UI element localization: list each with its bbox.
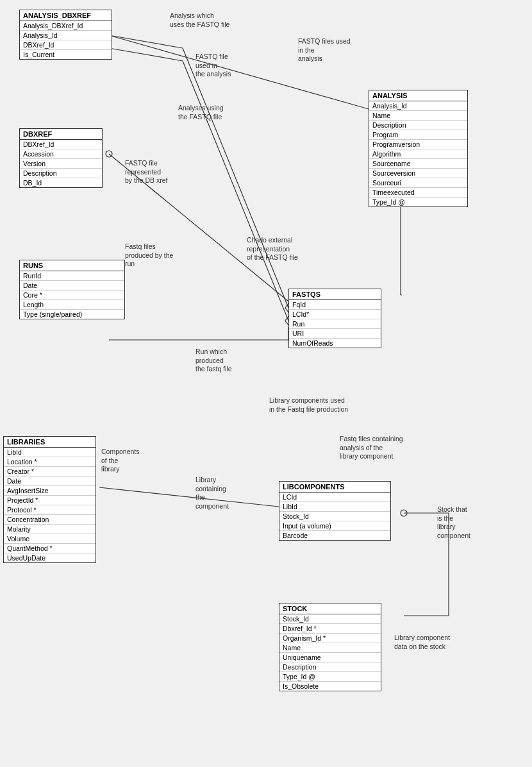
table-row: Dbxref_Id * — [279, 624, 381, 634]
table-row: Input (a volume) — [279, 521, 390, 531]
table-row: Is_Obsolete — [279, 682, 381, 691]
table-row: Name — [369, 111, 467, 121]
table-row: NumOfReads — [289, 339, 381, 348]
annotation-1: Analysis whichuses the FASTQ file — [170, 12, 229, 29]
table-row: DBXref_Id — [20, 140, 102, 149]
table-row: Location * — [4, 457, 96, 467]
table-analysis-dbxref: ANALYSIS_DBXREF Analysis_DBXref_Id Analy… — [19, 10, 112, 60]
table-row: QuantMethod * — [4, 544, 96, 553]
svg-line-4 — [183, 61, 288, 321]
table-row: ProjectId * — [4, 496, 96, 505]
table-row: Molarity — [4, 525, 96, 534]
table-row: Program — [369, 130, 467, 140]
table-libcomponents: LIBCOMPONENTS LCId LibId Stock_Id Input … — [279, 481, 391, 541]
table-row: Algorithm — [369, 149, 467, 159]
annotation-3: FASTQ files usedin theanalysis — [298, 37, 351, 63]
table-row: Run — [289, 319, 381, 329]
table-row: Date — [4, 476, 96, 486]
svg-line-3 — [109, 48, 183, 61]
table-row: Barcode — [279, 531, 390, 540]
table-row: Organism_Id * — [279, 634, 381, 643]
table-libraries: LIBRARIES LibId Location * Creator * Dat… — [3, 436, 96, 563]
table-runs-header: RUNS — [20, 260, 124, 271]
table-libcomponents-header: LIBCOMPONENTS — [279, 482, 390, 493]
table-row: Sourceuri — [369, 178, 467, 188]
table-row: Date — [20, 281, 124, 291]
table-row: Creator * — [4, 467, 96, 476]
table-row: FqId — [289, 300, 381, 310]
table-row: Description — [369, 121, 467, 130]
annotation-2: FASTQ fileused inthe analysis — [195, 53, 231, 79]
table-row: Protocol * — [4, 505, 96, 515]
annotation-12: Fastq files containinganalysis of thelib… — [340, 435, 403, 461]
table-row: Core * — [20, 291, 124, 300]
table-row: DBXref_Id — [20, 40, 112, 50]
table-row: LCId* — [289, 310, 381, 319]
table-fastqs: FASTQS FqId LCId* Run URI NumOfReads — [288, 289, 381, 348]
table-row: LibId — [4, 448, 96, 457]
table-row: Timeexecuted — [369, 188, 467, 198]
table-fastqs-header: FASTQS — [289, 289, 381, 300]
table-row: Is_Current — [20, 50, 112, 59]
table-row: Type_Id @ — [369, 198, 467, 206]
table-row: Description — [279, 662, 381, 672]
table-row: AvgInsertSize — [4, 486, 96, 496]
table-analysis-dbxref-header: ANALYSIS_DBXREF — [20, 10, 112, 21]
annotation-9: Library components usedin the Fastq file… — [269, 396, 348, 414]
table-row: Type_Id @ — [279, 672, 381, 682]
table-row: Accession — [20, 149, 102, 159]
table-row: Sourceversion — [369, 169, 467, 178]
table-row: Version — [20, 159, 102, 169]
table-row: Uniquename — [279, 653, 381, 662]
svg-line-1 — [183, 48, 288, 308]
svg-point-16 — [401, 510, 407, 516]
annotation-7: Chado externalrepresentationof the FASTQ… — [247, 236, 298, 262]
annotation-5: FASTQ filerepresentedby the DB xref — [125, 159, 168, 185]
annotation-6: Fastq filesproduced by therun — [125, 242, 173, 269]
annotation-11: Librarycontainingthecomponent — [195, 476, 229, 511]
table-stock: STOCK Stock_Id Dbxref_Id * Organism_Id *… — [279, 603, 381, 691]
table-row: Name — [279, 643, 381, 653]
table-row: RunId — [20, 271, 124, 281]
diagram-container: ANALYSIS_DBXREF Analysis_DBXref_Id Analy… — [0, 0, 532, 767]
svg-line-0 — [109, 35, 183, 48]
table-row: LCId — [279, 493, 390, 502]
table-row: Description — [20, 169, 102, 178]
table-row: Type (single/paired) — [20, 310, 124, 319]
table-row: Stock_Id — [279, 512, 390, 521]
table-row: Length — [20, 300, 124, 310]
table-dbxref-header: DBXREF — [20, 129, 102, 140]
table-row: Stock_Id — [279, 614, 381, 624]
table-analysis: ANALYSIS Analysis_Id Name Description Pr… — [369, 90, 468, 207]
table-analysis-header: ANALYSIS — [369, 90, 467, 101]
table-row: Sourcename — [369, 159, 467, 169]
table-row: Analysis_DBXref_Id — [20, 21, 112, 31]
table-runs: RUNS RunId Date Core * Length Type (sing… — [19, 260, 125, 319]
annotation-4: Analyses usingthe FASTQ file — [178, 104, 224, 121]
annotation-13: Stock thatis thelibrarycomponent — [437, 505, 470, 541]
table-row: URI — [289, 329, 381, 339]
annotation-8: Run whichproducedthe fastq file — [195, 348, 232, 374]
table-row: LibId — [279, 502, 390, 512]
table-row: Programversion — [369, 140, 467, 149]
table-row: DB_Id — [20, 178, 102, 187]
svg-point-7 — [106, 151, 112, 157]
table-row: Analysis_Id — [20, 31, 112, 40]
table-row: UsedUpDate — [4, 553, 96, 562]
table-dbxref: DBXREF DBXref_Id Accession Version Descr… — [19, 128, 103, 188]
table-libraries-header: LIBRARIES — [4, 437, 96, 448]
annotation-10: Componentsof thelibrary — [101, 448, 140, 474]
svg-line-12 — [99, 487, 279, 507]
table-stock-header: STOCK — [279, 603, 381, 614]
table-row: Analysis_Id — [369, 101, 467, 111]
table-row: Volume — [4, 534, 96, 544]
table-row: Concentration — [4, 515, 96, 525]
annotation-14: Library componentdata on the stock — [394, 634, 450, 651]
